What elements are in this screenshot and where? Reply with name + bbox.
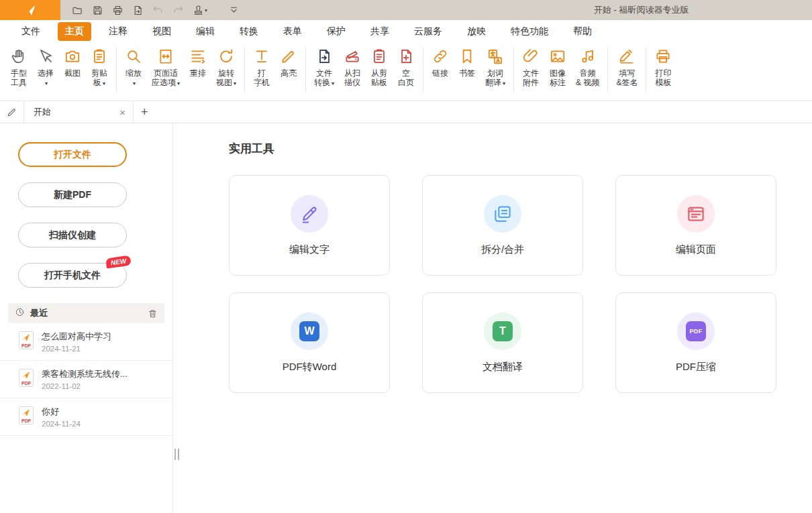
tool-label: 文件 转换▾ [314,68,334,89]
tool-file-attachment[interactable]: 文件 附件 [517,46,544,89]
svg-text:PDF: PDF [21,418,32,423]
recent-header: 最近 [8,303,164,323]
new-pdf-button[interactable]: 新建PDF [18,182,127,207]
card-edit-pages[interactable]: 编辑页面 [615,175,776,276]
stamp-icon[interactable]: ▾ [191,3,209,17]
card-pdf-to-word[interactable]: WPDF转Word [229,292,390,393]
tool-hand-tool[interactable]: 手型 工具 [5,46,32,89]
tool-label-text: 填写 &签名 [616,68,638,87]
menu-tab-edit[interactable]: 编辑 [189,22,222,41]
ribbon-group-divider [244,48,245,92]
blank-page-icon [397,47,415,66]
tool-blank-page[interactable]: 空 白页 [393,46,419,89]
menu-tab-convert[interactable]: 转换 [232,22,266,41]
tool-link[interactable]: 链接 [427,46,454,79]
open-mobile-file-button[interactable]: 打开手机文件NEW [18,263,127,288]
clear-recent-trash-icon[interactable] [148,308,158,319]
foxit-logo[interactable] [0,0,60,20]
tool-from-clipboard[interactable]: 从剪 贴板 [366,46,393,89]
pdf-file-icon: PDF [19,331,34,352]
undo-icon[interactable] [150,3,166,17]
tool-rotate-view[interactable]: 旋转 视图▾ [211,46,241,90]
from-clipboard-icon [370,47,388,66]
menu-tab-view[interactable]: 视图 [145,22,179,41]
annotate-pencil-icon[interactable] [0,101,24,123]
menu-tab-help[interactable]: 帮助 [566,22,599,41]
save-icon[interactable] [90,3,105,17]
menu-tab-special-features[interactable]: 特色功能 [503,22,556,41]
tool-highlight[interactable]: 高亮 [275,46,302,79]
pdf-compress-icon: PDF [677,312,715,350]
card-label: PDF压缩 [676,361,716,374]
tool-bookmark[interactable]: 书签 [454,46,480,79]
tool-zoom[interactable]: 缩放 ▾ [120,46,147,90]
open-file-button[interactable]: 打开文件 [18,142,127,167]
customize-toolbar-icon[interactable] [226,3,242,17]
tool-typewriter[interactable]: 打 字机 [248,46,275,89]
document-tabbar: 开始 × + [0,101,812,123]
menu-tab-file[interactable]: 文件 [14,22,48,41]
menu-tab-form[interactable]: 表单 [276,22,309,41]
menu-tab-presentation[interactable]: 放映 [460,22,493,41]
doc-translate-icon: T [484,312,521,350]
print-icon[interactable] [110,3,125,17]
close-tab-icon[interactable]: × [117,107,128,118]
tool-clipboard[interactable]: 剪贴 板▾ [86,46,113,90]
redo-icon[interactable] [170,3,186,17]
menu-tab-comment[interactable]: 注释 [101,22,135,41]
sidebar: 打开文件新建PDF扫描仪创建打开手机文件NEW 最近 PDF怎么面对高中学习20… [0,123,173,513]
new-tab-button[interactable]: + [134,105,156,119]
split-merge-icon [484,195,521,233]
tool-label-text: 文件 转换 [314,68,332,87]
tool-image-annotation[interactable]: 图像 标注 [544,46,571,89]
recent-file-list: PDF怎么面对高中学习2024-11-21PDF乘客检测系统无线传...2022… [0,323,172,436]
tool-snapshot[interactable]: 截图 [59,46,86,79]
tool-fill-sign[interactable]: 填写 &签名 [611,46,642,89]
tool-page-fit-options[interactable]: 页面适 应选项▾ [147,46,185,90]
word-translate-icon [487,47,504,66]
recent-file[interactable]: PDF怎么面对高中学习2024-11-21 [0,323,172,361]
dropdown-arrow-icon: ▾ [103,80,105,87]
tool-select-tool[interactable]: 选择 ▾ [32,46,59,90]
sidebar-collapse-handle[interactable] [174,449,179,460]
sidebar-buttons: 打开文件新建PDF扫描仪创建打开手机文件NEW [0,142,172,288]
file-name: 乘客检测系统无线传... [42,368,128,380]
button-label: 打开文件 [54,149,91,161]
tool-label-text: 从扫 描仪 [344,68,360,87]
export-icon[interactable] [130,3,146,17]
tool-label: 旋转 视图▾ [216,68,236,89]
menu-tab-protect[interactable]: 保护 [319,22,353,41]
recent-file-info: 你好2024-11-24 [42,406,81,428]
tool-reflow[interactable]: 重排 [185,46,211,79]
menu-tab-share[interactable]: 共享 [363,22,397,41]
dropdown-arrow-icon: ▾ [332,80,334,87]
tool-from-scanner[interactable]: 从扫 描仪 [339,46,366,89]
dropdown-arrow-icon: ▾ [234,80,236,87]
recent-file[interactable]: PDF乘客检测系统无线传...2022-11-02 [0,361,172,398]
titlebar: ▾ 开始 - 福昕阅读器专业版 [0,0,812,20]
tool-label: 打 字机 [254,68,270,87]
reflow-icon [189,47,207,66]
recent-file[interactable]: PDF你好2024-11-24 [0,398,172,436]
content-area: 打开文件新建PDF扫描仪创建打开手机文件NEW 最近 PDF怎么面对高中学习20… [0,123,812,513]
tool-print-template[interactable]: 打印 模板 [650,46,676,89]
card-edit-text[interactable]: 编辑文字 [229,175,390,276]
tool-file-convert[interactable]: 文件 转换▾ [309,46,339,90]
menu-tab-cloud-service[interactable]: 云服务 [407,22,450,41]
file-date: 2024-11-24 [42,420,81,428]
menu-tab-home[interactable]: 主页 [58,22,91,41]
tool-word-translate[interactable]: 划词 翻译▾ [480,46,510,90]
card-pdf-compress[interactable]: PDFPDF压缩 [615,292,776,393]
recent-title: 最近 [30,307,148,319]
tool-label-text: 音频 & 视频 [576,68,599,87]
tab-start[interactable]: 开始 × [24,101,134,123]
create-from-scanner-button[interactable]: 扫描仪创建 [18,223,127,247]
card-doc-translate[interactable]: T文档翻译 [422,292,583,393]
tool-label-text: 空 白页 [398,68,414,87]
tool-label: 缩放 ▾ [125,68,142,89]
open-file-icon[interactable] [70,3,85,17]
tool-audio-video[interactable]: 音频 & 视频 [571,46,604,89]
card-label: PDF转Word [283,361,337,374]
card-split-merge[interactable]: 拆分/合并 [422,175,583,276]
tool-label: 页面适 应选项▾ [152,68,180,89]
